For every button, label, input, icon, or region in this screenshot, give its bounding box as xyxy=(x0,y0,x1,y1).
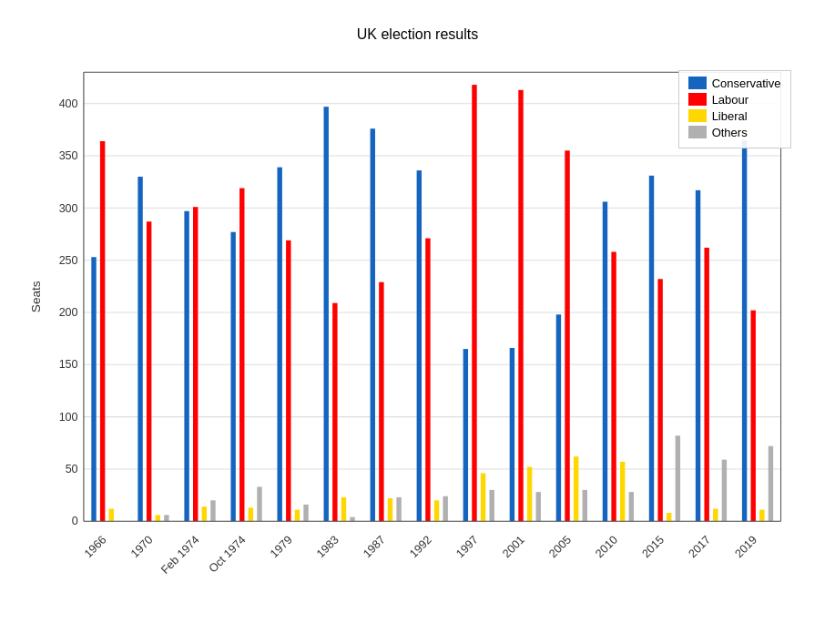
legend-color-liberal xyxy=(688,109,707,122)
svg-rect-49 xyxy=(350,516,354,521)
svg-text:400: 400 xyxy=(58,97,77,109)
svg-rect-74 xyxy=(582,489,586,520)
svg-rect-36 xyxy=(230,231,235,521)
svg-rect-28 xyxy=(155,515,159,521)
svg-rect-31 xyxy=(184,210,188,520)
svg-text:200: 200 xyxy=(58,306,77,319)
svg-rect-43 xyxy=(294,509,299,521)
svg-rect-23 xyxy=(108,508,113,521)
svg-rect-63 xyxy=(480,473,484,521)
svg-rect-38 xyxy=(248,507,252,521)
svg-rect-27 xyxy=(146,221,150,521)
svg-rect-46 xyxy=(323,107,328,521)
legend-label-labour: Labour xyxy=(712,93,748,107)
svg-rect-57 xyxy=(425,238,430,521)
svg-rect-29 xyxy=(164,515,168,521)
svg-rect-51 xyxy=(370,128,374,521)
svg-rect-22 xyxy=(99,140,104,520)
svg-rect-34 xyxy=(210,500,215,521)
svg-text:350: 350 xyxy=(58,149,77,162)
svg-rect-37 xyxy=(239,188,244,521)
chart-title: UK election results xyxy=(26,26,810,43)
svg-rect-67 xyxy=(518,89,523,520)
svg-rect-61 xyxy=(463,349,467,521)
svg-rect-94 xyxy=(768,445,772,521)
svg-text:50: 50 xyxy=(65,463,77,475)
svg-rect-93 xyxy=(759,509,764,521)
svg-rect-41 xyxy=(277,167,281,521)
svg-rect-58 xyxy=(433,500,438,521)
svg-rect-73 xyxy=(573,456,577,521)
svg-rect-86 xyxy=(695,189,699,520)
svg-rect-89 xyxy=(721,459,726,521)
svg-rect-81 xyxy=(648,175,653,520)
svg-rect-54 xyxy=(396,496,401,520)
svg-rect-26 xyxy=(137,176,142,520)
svg-rect-92 xyxy=(750,310,755,521)
svg-rect-48 xyxy=(341,496,345,520)
chart-container: UK election results 05010015020025030035… xyxy=(26,26,810,618)
legend-color-conservative xyxy=(688,77,707,89)
chart-legend: Conservative Labour Liberal Others xyxy=(678,70,791,148)
svg-rect-59 xyxy=(443,496,447,521)
svg-rect-79 xyxy=(628,492,633,521)
svg-rect-77 xyxy=(611,251,616,521)
svg-rect-71 xyxy=(555,314,560,521)
legend-item-conservative: Conservative xyxy=(688,77,781,90)
svg-rect-83 xyxy=(667,513,671,521)
svg-rect-72 xyxy=(565,150,569,521)
legend-label-others: Others xyxy=(712,126,748,139)
svg-text:150: 150 xyxy=(58,358,77,371)
svg-rect-52 xyxy=(379,281,383,521)
svg-rect-84 xyxy=(675,435,679,521)
legend-label-conservative: Conservative xyxy=(712,77,781,90)
svg-rect-21 xyxy=(91,257,96,521)
svg-text:100: 100 xyxy=(58,410,77,423)
svg-rect-42 xyxy=(286,240,290,520)
legend-label-liberal: Liberal xyxy=(712,109,748,123)
svg-rect-68 xyxy=(526,466,531,521)
legend-color-others xyxy=(688,126,707,138)
svg-rect-88 xyxy=(713,508,718,521)
svg-rect-78 xyxy=(619,461,624,520)
legend-color-labour xyxy=(688,93,707,106)
svg-rect-33 xyxy=(201,506,206,521)
svg-rect-91 xyxy=(741,139,746,520)
svg-text:250: 250 xyxy=(58,253,77,266)
svg-rect-44 xyxy=(303,504,308,520)
svg-text:300: 300 xyxy=(58,201,77,214)
svg-text:Seats: Seats xyxy=(28,281,42,312)
svg-rect-76 xyxy=(602,201,606,521)
chart-area: 050100150200250300350400Seats19661970Feb… xyxy=(26,52,810,589)
svg-rect-56 xyxy=(416,170,421,521)
legend-item-others: Others xyxy=(688,126,781,139)
svg-rect-66 xyxy=(509,347,514,520)
svg-rect-69 xyxy=(535,492,540,521)
svg-rect-32 xyxy=(193,207,198,521)
svg-rect-47 xyxy=(332,302,337,521)
legend-item-labour: Labour xyxy=(688,93,781,107)
svg-rect-87 xyxy=(704,247,708,520)
svg-rect-53 xyxy=(387,498,392,521)
legend-item-liberal: Liberal xyxy=(688,109,781,123)
svg-rect-64 xyxy=(489,489,494,520)
svg-text:0: 0 xyxy=(71,515,77,527)
svg-rect-82 xyxy=(657,279,662,521)
svg-rect-39 xyxy=(257,486,261,521)
svg-rect-62 xyxy=(472,85,476,521)
